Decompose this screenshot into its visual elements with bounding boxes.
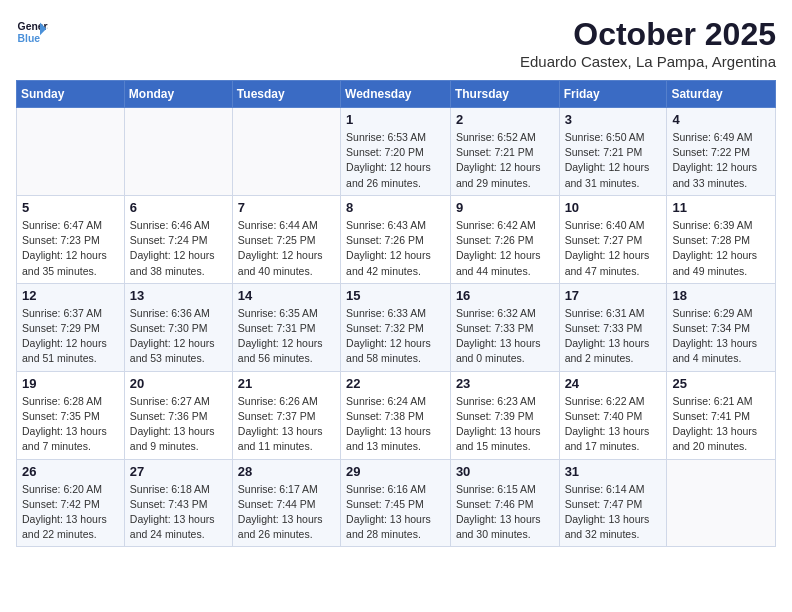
- day-number: 26: [22, 464, 119, 479]
- day-number: 22: [346, 376, 445, 391]
- day-info: Sunrise: 6:31 AM Sunset: 7:33 PM Dayligh…: [565, 306, 662, 367]
- location-title: Eduardo Castex, La Pampa, Argentina: [520, 53, 776, 70]
- day-info: Sunrise: 6:27 AM Sunset: 7:36 PM Dayligh…: [130, 394, 227, 455]
- svg-text:Blue: Blue: [18, 33, 41, 44]
- calendar-cell: 2Sunrise: 6:52 AM Sunset: 7:21 PM Daylig…: [450, 108, 559, 196]
- header-cell-friday: Friday: [559, 81, 667, 108]
- calendar-cell: 24Sunrise: 6:22 AM Sunset: 7:40 PM Dayli…: [559, 371, 667, 459]
- day-number: 21: [238, 376, 335, 391]
- day-number: 16: [456, 288, 554, 303]
- calendar-cell: 9Sunrise: 6:42 AM Sunset: 7:26 PM Daylig…: [450, 195, 559, 283]
- day-number: 31: [565, 464, 662, 479]
- day-number: 15: [346, 288, 445, 303]
- calendar-cell: 18Sunrise: 6:29 AM Sunset: 7:34 PM Dayli…: [667, 283, 776, 371]
- calendar-cell: 19Sunrise: 6:28 AM Sunset: 7:35 PM Dayli…: [17, 371, 125, 459]
- day-number: 20: [130, 376, 227, 391]
- header-cell-monday: Monday: [124, 81, 232, 108]
- day-info: Sunrise: 6:23 AM Sunset: 7:39 PM Dayligh…: [456, 394, 554, 455]
- day-number: 24: [565, 376, 662, 391]
- day-number: 29: [346, 464, 445, 479]
- day-number: 6: [130, 200, 227, 215]
- calendar-cell: 26Sunrise: 6:20 AM Sunset: 7:42 PM Dayli…: [17, 459, 125, 547]
- day-number: 25: [672, 376, 770, 391]
- day-info: Sunrise: 6:49 AM Sunset: 7:22 PM Dayligh…: [672, 130, 770, 191]
- calendar-cell: 10Sunrise: 6:40 AM Sunset: 7:27 PM Dayli…: [559, 195, 667, 283]
- calendar-cell: 20Sunrise: 6:27 AM Sunset: 7:36 PM Dayli…: [124, 371, 232, 459]
- calendar-header-row: SundayMondayTuesdayWednesdayThursdayFrid…: [17, 81, 776, 108]
- calendar-cell: 8Sunrise: 6:43 AM Sunset: 7:26 PM Daylig…: [341, 195, 451, 283]
- calendar-cell: 27Sunrise: 6:18 AM Sunset: 7:43 PM Dayli…: [124, 459, 232, 547]
- day-info: Sunrise: 6:39 AM Sunset: 7:28 PM Dayligh…: [672, 218, 770, 279]
- day-number: 19: [22, 376, 119, 391]
- calendar-week-row: 26Sunrise: 6:20 AM Sunset: 7:42 PM Dayli…: [17, 459, 776, 547]
- day-info: Sunrise: 6:33 AM Sunset: 7:32 PM Dayligh…: [346, 306, 445, 367]
- day-info: Sunrise: 6:37 AM Sunset: 7:29 PM Dayligh…: [22, 306, 119, 367]
- calendar-cell: 3Sunrise: 6:50 AM Sunset: 7:21 PM Daylig…: [559, 108, 667, 196]
- calendar-cell: 23Sunrise: 6:23 AM Sunset: 7:39 PM Dayli…: [450, 371, 559, 459]
- calendar-cell: 15Sunrise: 6:33 AM Sunset: 7:32 PM Dayli…: [341, 283, 451, 371]
- day-info: Sunrise: 6:50 AM Sunset: 7:21 PM Dayligh…: [565, 130, 662, 191]
- day-number: 9: [456, 200, 554, 215]
- day-number: 17: [565, 288, 662, 303]
- day-number: 30: [456, 464, 554, 479]
- day-number: 27: [130, 464, 227, 479]
- day-info: Sunrise: 6:17 AM Sunset: 7:44 PM Dayligh…: [238, 482, 335, 543]
- day-info: Sunrise: 6:35 AM Sunset: 7:31 PM Dayligh…: [238, 306, 335, 367]
- calendar-cell: 1Sunrise: 6:53 AM Sunset: 7:20 PM Daylig…: [341, 108, 451, 196]
- calendar-cell: [124, 108, 232, 196]
- day-number: 18: [672, 288, 770, 303]
- header-cell-wednesday: Wednesday: [341, 81, 451, 108]
- calendar-cell: 22Sunrise: 6:24 AM Sunset: 7:38 PM Dayli…: [341, 371, 451, 459]
- calendar-cell: 21Sunrise: 6:26 AM Sunset: 7:37 PM Dayli…: [232, 371, 340, 459]
- header: General Blue October 2025 Eduardo Castex…: [16, 16, 776, 70]
- day-info: Sunrise: 6:15 AM Sunset: 7:46 PM Dayligh…: [456, 482, 554, 543]
- calendar-cell: 17Sunrise: 6:31 AM Sunset: 7:33 PM Dayli…: [559, 283, 667, 371]
- day-number: 8: [346, 200, 445, 215]
- header-cell-thursday: Thursday: [450, 81, 559, 108]
- day-info: Sunrise: 6:44 AM Sunset: 7:25 PM Dayligh…: [238, 218, 335, 279]
- calendar-week-row: 5Sunrise: 6:47 AM Sunset: 7:23 PM Daylig…: [17, 195, 776, 283]
- day-info: Sunrise: 6:24 AM Sunset: 7:38 PM Dayligh…: [346, 394, 445, 455]
- calendar-cell: 16Sunrise: 6:32 AM Sunset: 7:33 PM Dayli…: [450, 283, 559, 371]
- day-number: 12: [22, 288, 119, 303]
- day-info: Sunrise: 6:36 AM Sunset: 7:30 PM Dayligh…: [130, 306, 227, 367]
- day-number: 23: [456, 376, 554, 391]
- day-info: Sunrise: 6:47 AM Sunset: 7:23 PM Dayligh…: [22, 218, 119, 279]
- day-info: Sunrise: 6:32 AM Sunset: 7:33 PM Dayligh…: [456, 306, 554, 367]
- calendar-cell: [667, 459, 776, 547]
- day-info: Sunrise: 6:18 AM Sunset: 7:43 PM Dayligh…: [130, 482, 227, 543]
- day-number: 13: [130, 288, 227, 303]
- day-number: 11: [672, 200, 770, 215]
- day-info: Sunrise: 6:46 AM Sunset: 7:24 PM Dayligh…: [130, 218, 227, 279]
- day-number: 10: [565, 200, 662, 215]
- day-number: 1: [346, 112, 445, 127]
- header-cell-tuesday: Tuesday: [232, 81, 340, 108]
- calendar-week-row: 1Sunrise: 6:53 AM Sunset: 7:20 PM Daylig…: [17, 108, 776, 196]
- header-cell-sunday: Sunday: [17, 81, 125, 108]
- day-info: Sunrise: 6:28 AM Sunset: 7:35 PM Dayligh…: [22, 394, 119, 455]
- logo-icon: General Blue: [16, 16, 48, 48]
- day-number: 4: [672, 112, 770, 127]
- calendar-week-row: 12Sunrise: 6:37 AM Sunset: 7:29 PM Dayli…: [17, 283, 776, 371]
- calendar-cell: 11Sunrise: 6:39 AM Sunset: 7:28 PM Dayli…: [667, 195, 776, 283]
- day-info: Sunrise: 6:26 AM Sunset: 7:37 PM Dayligh…: [238, 394, 335, 455]
- calendar-cell: 5Sunrise: 6:47 AM Sunset: 7:23 PM Daylig…: [17, 195, 125, 283]
- day-info: Sunrise: 6:22 AM Sunset: 7:40 PM Dayligh…: [565, 394, 662, 455]
- title-area: October 2025 Eduardo Castex, La Pampa, A…: [520, 16, 776, 70]
- day-info: Sunrise: 6:16 AM Sunset: 7:45 PM Dayligh…: [346, 482, 445, 543]
- calendar-cell: 31Sunrise: 6:14 AM Sunset: 7:47 PM Dayli…: [559, 459, 667, 547]
- calendar-week-row: 19Sunrise: 6:28 AM Sunset: 7:35 PM Dayli…: [17, 371, 776, 459]
- day-number: 5: [22, 200, 119, 215]
- day-number: 2: [456, 112, 554, 127]
- calendar-cell: 29Sunrise: 6:16 AM Sunset: 7:45 PM Dayli…: [341, 459, 451, 547]
- day-number: 7: [238, 200, 335, 215]
- day-info: Sunrise: 6:21 AM Sunset: 7:41 PM Dayligh…: [672, 394, 770, 455]
- calendar-cell: 28Sunrise: 6:17 AM Sunset: 7:44 PM Dayli…: [232, 459, 340, 547]
- day-info: Sunrise: 6:40 AM Sunset: 7:27 PM Dayligh…: [565, 218, 662, 279]
- day-info: Sunrise: 6:20 AM Sunset: 7:42 PM Dayligh…: [22, 482, 119, 543]
- calendar-cell: [17, 108, 125, 196]
- calendar-cell: 4Sunrise: 6:49 AM Sunset: 7:22 PM Daylig…: [667, 108, 776, 196]
- calendar-cell: 6Sunrise: 6:46 AM Sunset: 7:24 PM Daylig…: [124, 195, 232, 283]
- calendar-cell: 25Sunrise: 6:21 AM Sunset: 7:41 PM Dayli…: [667, 371, 776, 459]
- day-info: Sunrise: 6:52 AM Sunset: 7:21 PM Dayligh…: [456, 130, 554, 191]
